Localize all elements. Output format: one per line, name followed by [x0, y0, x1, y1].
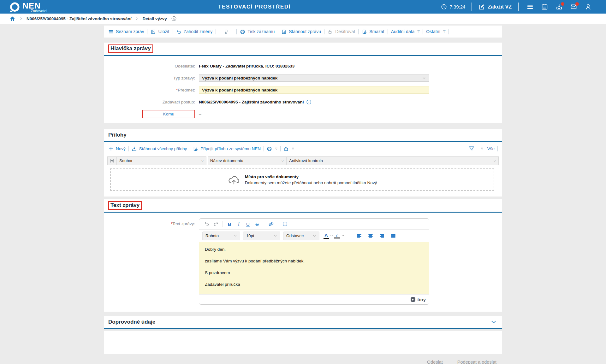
home-icon[interactable] — [9, 16, 15, 22]
collapse-chevron-icon[interactable] — [490, 319, 497, 325]
fullscreen-button[interactable] — [281, 220, 289, 228]
clock-icon — [441, 4, 447, 10]
document-delete-icon — [362, 29, 367, 34]
export-attachments-button[interactable] — [281, 146, 297, 151]
info-icon[interactable] — [306, 99, 312, 105]
filter-vse-button[interactable]: Vše — [478, 146, 497, 151]
form-row-predmet: *Předmět: Výzva k podání předběžných nab… — [104, 84, 502, 96]
cloud-upload-icon — [228, 174, 240, 185]
align-center-button[interactable] — [366, 232, 375, 240]
topbar-actions: 7:39:24 Založit VZ — [441, 3, 606, 11]
chevron-down-icon[interactable] — [330, 234, 333, 238]
stahnout-zpravu-button[interactable]: Stáhnout zprávu — [278, 29, 324, 34]
podepsat-a-odeslat-button[interactable]: Podepsat a odeslat — [457, 360, 496, 364]
list-icon — [108, 29, 114, 34]
komu-validation-box: Komu — [142, 110, 195, 118]
align-left-icon — [356, 233, 362, 239]
filter-dropdown-icon[interactable]: ▽ — [282, 159, 284, 162]
form-row-typ-zpravy: Typ zprávy: Výzva k podání předběžných n… — [104, 72, 502, 84]
current-time: 7:39:24 — [449, 4, 465, 9]
chevron-down-icon — [312, 234, 316, 238]
close-tab-icon[interactable] — [171, 16, 177, 21]
zadavaci-postup-label: Zadávací postup: — [104, 100, 195, 104]
redo-button[interactable] — [211, 220, 220, 228]
column-config-icon — [110, 158, 115, 163]
filter-funnel-icon[interactable] — [468, 145, 475, 152]
dropzone-subtitle: Dokumenty sem můžete přetáhnout nebo nah… — [245, 180, 377, 185]
tiny-brand[interactable]: tiny — [417, 297, 426, 302]
bold-button[interactable]: B — [225, 220, 234, 228]
stahnout-vsechny-prilohy-button[interactable]: Stáhnout všechny přílohy — [129, 146, 190, 151]
calendar-button[interactable] — [539, 3, 550, 10]
font-family-select[interactable]: Roboto — [202, 232, 240, 240]
column-header-antivirova-kontrola[interactable]: Antivirová kontrola▽ — [287, 156, 499, 165]
typ-zpravy-select[interactable]: Výzva k podání předběžných nabídek — [199, 74, 429, 82]
font-size-select[interactable]: 10pt — [243, 232, 280, 240]
filter-dropdown-icon[interactable]: ▽ — [201, 159, 204, 162]
seznam-zprav-button[interactable]: Seznam zpráv — [108, 29, 147, 34]
topbar: NEN Zadavatel TESTOVACÍ PROSTŘEDÍ 7:39:2… — [0, 0, 606, 14]
undo-icon — [204, 221, 210, 227]
downloads-button[interactable] — [554, 3, 564, 10]
chevron-down-icon[interactable] — [341, 234, 345, 238]
odesilatel-value: Felix Okátý - Zadavatel příručka, IČO: 0… — [199, 64, 502, 68]
print-attachments-button[interactable] — [264, 146, 280, 151]
editor-footer: tiny — [199, 294, 429, 304]
italic-button[interactable]: I — [235, 220, 243, 228]
smazat-button[interactable]: Smazat — [359, 29, 387, 34]
notification-badge — [561, 2, 564, 6]
zalozit-vz-button[interactable]: Založit VZ — [478, 4, 512, 10]
highlight-color-button[interactable] — [334, 233, 340, 238]
breadcrumb-procedure[interactable]: N006/25/V00004995 - Zajištění závodního … — [27, 16, 131, 21]
underline-button[interactable]: U — [244, 220, 252, 228]
main-menu-button[interactable] — [525, 3, 535, 10]
insert-link-button[interactable] — [267, 220, 275, 228]
novy-button[interactable]: Nový — [108, 146, 128, 151]
tisk-zaznamu-button[interactable]: Tisk záznamu — [237, 29, 278, 34]
action-toolbar: Seznam zpráv Uložit Zahodit změny Tisk z… — [104, 26, 502, 38]
nen-logo[interactable]: NEN Zadavatel — [9, 1, 47, 13]
ostatni-button[interactable]: Ostatní — [423, 29, 449, 34]
share-icon — [283, 146, 289, 151]
user-profile-button[interactable] — [583, 3, 593, 10]
align-left-button[interactable] — [355, 232, 364, 240]
pripojit-prilohu-button[interactable]: Připojit přílohu ze systému NEN — [190, 146, 264, 151]
topbar-divider — [472, 3, 472, 11]
ulozit-button[interactable]: Uložit — [147, 29, 172, 34]
align-justify-button[interactable] — [389, 232, 398, 240]
undo-arrow-icon — [176, 29, 181, 34]
notification-badge — [575, 2, 579, 6]
messages-button[interactable] — [568, 3, 579, 10]
message-text-section: Text zprávy *Text zprávy: B I U S — [104, 199, 502, 312]
editor-line: Zadavatel příručka — [205, 282, 423, 287]
komu-value: – — [199, 111, 502, 116]
file-dropzone[interactable]: Místo pro vaše dokumenty Dokumenty sem m… — [110, 168, 494, 191]
column-config-cell[interactable] — [107, 156, 117, 165]
predmet-input[interactable]: Výzva k podání předběžných nabídek — [199, 86, 429, 94]
seal-button — [216, 29, 236, 34]
form-row-komu: Komu – — [104, 108, 502, 120]
text-color-group: A — [324, 233, 345, 239]
redo-icon — [213, 221, 219, 227]
komu-link[interactable]: Komu — [163, 112, 174, 116]
message-header-section: Hlavička zprávy Odesílatel: Felix Okátý … — [104, 43, 502, 123]
strikethrough-button[interactable]: S — [253, 220, 261, 228]
editor-content[interactable]: Dobrý den, zasíláme Vám výzvu k podání p… — [199, 242, 429, 294]
text-color-button[interactable]: A — [324, 233, 329, 239]
zahodit-zmeny-button[interactable]: Zahodit změny — [173, 29, 216, 34]
breadcrumb-current[interactable]: Detail výzvy — [142, 16, 167, 21]
typ-zpravy-label: Typ zprávy: — [104, 76, 195, 80]
page: NEN Zadavatel TESTOVACÍ PROSTŘEDÍ 7:39:2… — [0, 0, 606, 364]
column-header-soubor[interactable]: Soubor▽ — [117, 156, 206, 165]
column-header-nazev-dokumentu[interactable]: Název dokumentu▽ — [208, 156, 287, 165]
brand-name: NEN — [22, 2, 47, 9]
attachments-section: Přílohy Nový Stáhnout všechny přílohy Př… — [104, 129, 502, 197]
menu-icon — [527, 3, 533, 10]
form-row-odesilatel: Odesílatel: Felix Okátý - Zadavatel přír… — [104, 60, 502, 72]
auditni-data-button[interactable]: Auditní data — [388, 29, 423, 34]
block-format-select[interactable]: Odstavec — [283, 232, 319, 240]
filter-dropdown-icon[interactable]: ▽ — [494, 159, 496, 162]
align-right-button[interactable] — [378, 232, 386, 240]
odeslat-button[interactable]: Odeslat — [427, 360, 443, 364]
undo-button[interactable] — [202, 220, 211, 228]
